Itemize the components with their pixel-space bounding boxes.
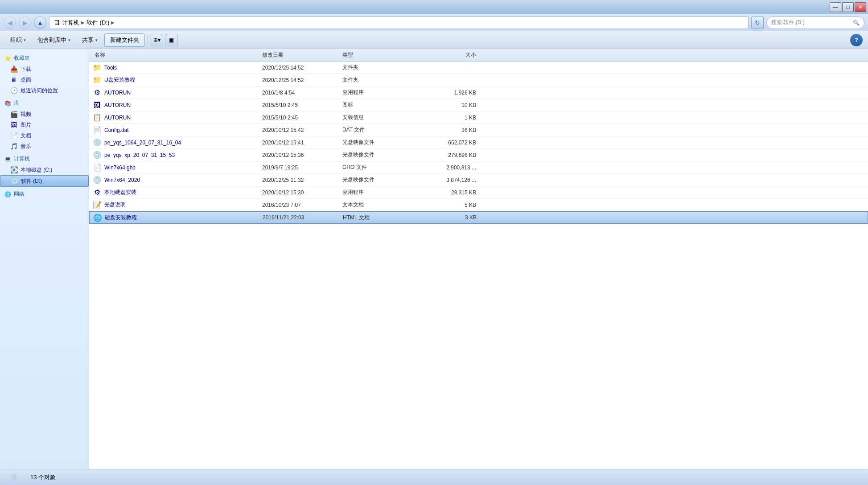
column-header-name[interactable]: 名称 [93, 51, 262, 59]
toolbar: 组织 ▾ 包含到库中 ▾ 共享 ▾ 新建文件夹 ⊞▾ ▣ ? [0, 31, 868, 49]
file-icon: 📝 [93, 201, 102, 210]
table-row[interactable]: ⚙ AUTORUN 2016/1/8 4:54 应用程序 1,926 KB [89, 86, 868, 99]
file-name-text: AUTORUN [104, 115, 131, 121]
sidebar-item-d-drive[interactable]: 💿 软件 (D:) [0, 175, 89, 187]
close-button[interactable]: ✕ [855, 2, 866, 12]
file-type: 图标 [342, 101, 414, 109]
sidebar-section-library: 📚 库 🎬 视频 🖼 图片 📄 文档 🎵 音乐 [0, 98, 89, 152]
file-size: 2,900,813 ... [414, 164, 476, 171]
sidebar-item-desktop[interactable]: 🖥 桌面 [0, 74, 89, 85]
table-row[interactable]: 📝 光盘说明 2016/10/23 7:07 文本文档 5 KB [89, 199, 868, 211]
minimize-button[interactable]: — [830, 2, 841, 12]
share-button[interactable]: 共享 ▾ [77, 33, 103, 47]
file-icon: 🌐 [93, 213, 102, 222]
file-size: 1,926 KB [414, 90, 476, 96]
file-name-text: Win7x64_2020 [104, 177, 140, 183]
file-rows-container: 📁 Tools 2020/12/25 14:52 文件夹 📁 U盘安装教程 20… [89, 62, 868, 224]
file-name-text: AUTORUN [104, 90, 131, 96]
music-icon: 🎵 [10, 142, 18, 150]
favorites-icon: ⭐ [4, 55, 11, 62]
file-size: 279,696 KB [414, 152, 476, 158]
table-row[interactable]: 🖼 AUTORUN 2015/5/10 2:45 图标 10 KB [89, 99, 868, 111]
status-bar: 💿 13 个对象 [0, 469, 868, 485]
file-date: 2015/5/10 2:45 [262, 115, 342, 121]
file-type: 光盘映像文件 [342, 176, 414, 184]
file-type: HTML 文档 [343, 214, 414, 222]
sidebar-header-computer[interactable]: 💻 计算机 [0, 153, 89, 164]
file-date: 2020/10/12 15:42 [262, 127, 342, 133]
file-date: 2016/1/8 4:54 [262, 90, 342, 96]
main-layout: ⭐ 收藏夹 📥 下载 🖥 桌面 🕐 最近访问的位置 📚 库 [0, 49, 868, 469]
preview-pane-button[interactable]: ▣ [165, 34, 177, 46]
file-date: 2016/11/21 22:03 [263, 214, 343, 221]
table-row[interactable]: 📄 Win7x64.gho 2019/9/7 19:25 GHO 文件 2,90… [89, 161, 868, 174]
organize-button[interactable]: 组织 ▾ [5, 33, 31, 47]
table-row[interactable]: 📁 Tools 2020/12/25 14:52 文件夹 [89, 62, 868, 74]
breadcrumb-computer[interactable]: 计算机 [62, 19, 79, 27]
title-bar: — □ ✕ [0, 0, 868, 14]
table-row[interactable]: 💿 pe_yqs_1064_20_07_31_16_04 2020/10/12 … [89, 136, 868, 149]
table-row[interactable]: 📁 U盘安装教程 2020/12/25 14:52 文件夹 [89, 74, 868, 86]
file-size: 5 KB [414, 202, 476, 208]
sidebar: ⭐ 收藏夹 📥 下载 🖥 桌面 🕐 最近访问的位置 📚 库 [0, 49, 89, 469]
sidebar-header-library[interactable]: 📚 库 [0, 98, 89, 109]
sidebar-header-favorites[interactable]: ⭐ 收藏夹 [0, 53, 89, 64]
column-header-type[interactable]: 类型 [342, 51, 414, 59]
view-options-button[interactable]: ⊞▾ [151, 34, 163, 46]
file-size: 10 KB [414, 102, 476, 108]
file-name-text: pe_yqs_1064_20_07_31_16_04 [104, 140, 181, 146]
column-header-date[interactable]: 修改日期 [262, 51, 342, 59]
file-size: 3,874,126 ... [414, 177, 476, 183]
sidebar-item-recent[interactable]: 🕐 最近访问的位置 [0, 85, 89, 96]
sidebar-item-c-drive[interactable]: 💽 本地磁盘 (C:) [0, 164, 89, 175]
search-box[interactable]: 搜索 软件 (D:) 🔍 [766, 16, 864, 29]
file-name-text: Config.dat [104, 127, 129, 133]
table-row[interactable]: 💿 pe_yqs_xp_20_07_31_15_53 2020/10/12 15… [89, 149, 868, 161]
up-button[interactable]: ▲ [34, 16, 46, 29]
column-header-size[interactable]: 大小 [414, 51, 476, 59]
download-icon: 📥 [10, 65, 18, 73]
c-drive-icon: 💽 [10, 166, 18, 174]
sidebar-section-computer: 💻 计算机 💽 本地磁盘 (C:) 💿 软件 (D:) [0, 153, 89, 187]
table-row[interactable]: 📄 Config.dat 2020/10/12 15:42 DAT 文件 36 … [89, 124, 868, 136]
sidebar-item-music[interactable]: 🎵 音乐 [0, 141, 89, 152]
maximize-button[interactable]: □ [842, 2, 854, 12]
table-row[interactable]: 📋 AUTORUN 2015/5/10 2:45 安装信息 1 KB [89, 111, 868, 124]
sidebar-section-favorites: ⭐ 收藏夹 📥 下载 🖥 桌面 🕐 最近访问的位置 [0, 53, 89, 96]
new-folder-button[interactable]: 新建文件夹 [104, 33, 145, 47]
desktop-icon: 🖥 [10, 76, 18, 84]
file-icon: 📋 [93, 113, 102, 122]
forward-button[interactable]: ▶ [19, 16, 31, 29]
file-name-text: Win7x64.gho [104, 164, 136, 171]
sidebar-header-network[interactable]: 🌐 网络 [0, 189, 89, 200]
computer-icon: 💻 [4, 156, 11, 162]
file-icon: 📁 [93, 63, 102, 72]
sidebar-section-network: 🌐 网络 [0, 189, 89, 200]
search-placeholder: 搜索 软件 (D:) [771, 19, 805, 26]
refresh-button[interactable]: ↻ [751, 16, 764, 29]
file-name-text: 本地硬盘安装 [104, 189, 136, 196]
file-name-text: U盘安装教程 [104, 76, 135, 84]
table-row[interactable]: 🌐 硬盘安装教程 2016/11/21 22:03 HTML 文档 3 KB [89, 211, 868, 224]
file-date: 2020/12/25 14:52 [262, 65, 342, 71]
table-row[interactable]: ⚙ 本地硬盘安装 2020/10/12 15:30 应用程序 28,315 KB [89, 186, 868, 199]
sidebar-item-video[interactable]: 🎬 视频 [0, 109, 89, 119]
file-date: 2020/10/12 15:41 [262, 140, 342, 146]
file-size: 3 KB [414, 214, 477, 221]
file-icon: 💿 [93, 138, 102, 147]
help-button[interactable]: ? [850, 34, 863, 46]
sidebar-item-download[interactable]: 📥 下载 [0, 64, 89, 74]
breadcrumb[interactable]: 🖥 计算机 ▶ 软件 (D:) ▶ [49, 16, 749, 29]
file-icon: 📄 [93, 163, 102, 172]
file-icon: 💿 [93, 151, 102, 160]
status-count: 13 个对象 [30, 473, 56, 481]
table-row[interactable]: 💿 Win7x64_2020 2020/12/25 11:32 光盘映像文件 3… [89, 174, 868, 186]
file-date: 2020/10/12 15:30 [262, 189, 342, 196]
include-library-button[interactable]: 包含到库中 ▾ [33, 33, 75, 47]
breadcrumb-drive[interactable]: 软件 (D:) [86, 19, 109, 27]
sidebar-item-pictures[interactable]: 🖼 图片 [0, 119, 89, 130]
back-button[interactable]: ◀ [4, 16, 16, 29]
sidebar-item-documents[interactable]: 📄 文档 [0, 130, 89, 141]
pictures-icon: 🖼 [10, 121, 18, 129]
file-size: 652,072 KB [414, 140, 476, 146]
